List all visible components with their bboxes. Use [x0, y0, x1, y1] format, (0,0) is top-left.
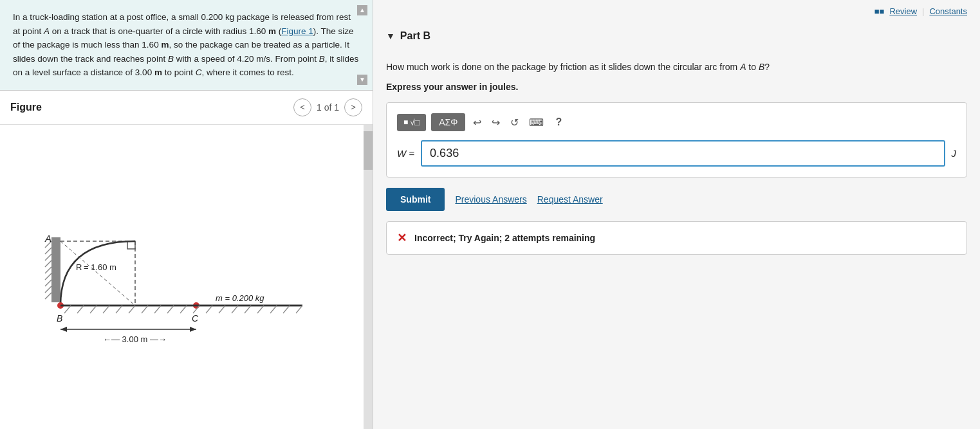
redo-button[interactable]: ↪ — [489, 114, 503, 131]
feedback-box: ✕ Incorrect; Try Again; 2 attempts remai… — [386, 221, 967, 255]
svg-line-40 — [296, 306, 302, 313]
svg-line-36 — [245, 306, 251, 313]
svg-line-28 — [142, 306, 148, 313]
svg-rect-14 — [127, 241, 135, 249]
problem-text: In a truck-loading station at a post off… — [13, 12, 358, 77]
scroll-up-button[interactable]: ▲ — [357, 5, 367, 15]
next-figure-button[interactable]: > — [344, 98, 362, 116]
sqrt-icon: √□ — [410, 118, 420, 127]
toolbar: ■ √□ ΑΣΦ ↩ ↪ ↺ ⌨ ? — [397, 113, 956, 131]
svg-line-6 — [45, 267, 51, 273]
svg-line-4 — [45, 254, 51, 260]
prev-figure-button[interactable]: < — [293, 98, 311, 116]
svg-line-17 — [60, 241, 135, 306]
svg-marker-44 — [60, 327, 67, 332]
svg-rect-0 — [51, 238, 60, 302]
action-row: Submit Previous Answers Request Answer — [386, 188, 967, 211]
svg-line-25 — [103, 306, 109, 313]
figure-area: A R = 1.60 m — [0, 125, 373, 429]
right-panel: ■■ Review | Constants ▼ Part B How much … — [373, 0, 980, 429]
svg-line-37 — [257, 306, 264, 313]
svg-line-39 — [283, 306, 290, 313]
svg-marker-45 — [190, 327, 196, 332]
feedback-text: Incorrect; Try Again; 2 attempts remaini… — [414, 233, 595, 243]
incorrect-icon: ✕ — [397, 231, 407, 245]
svg-text:C: C — [192, 313, 199, 324]
left-panel: In a truck-loading station at a post off… — [0, 0, 373, 429]
figure-scrollbar[interactable] — [364, 125, 373, 429]
undo-button[interactable]: ↩ — [470, 114, 484, 131]
refresh-button[interactable]: ↺ — [508, 114, 521, 131]
help-button[interactable]: ? — [551, 114, 566, 131]
svg-line-24 — [90, 306, 97, 313]
svg-line-33 — [206, 306, 212, 313]
scroll-down-button[interactable]: ▼ — [357, 75, 367, 85]
svg-text:R: R — [76, 262, 82, 272]
svg-line-30 — [167, 306, 174, 313]
answer-box: ■ √□ ΑΣΦ ↩ ↪ ↺ ⌨ ? W = J — [386, 102, 967, 178]
svg-line-23 — [77, 306, 84, 313]
fraction-icon: ■ — [403, 118, 408, 127]
submit-button[interactable]: Submit — [386, 188, 445, 211]
top-bar: ■■ Review | Constants — [373, 0, 980, 23]
unit-label: J — [952, 148, 957, 159]
figure-page: 1 of 1 — [317, 102, 339, 113]
symbol-button[interactable]: ΑΣΦ — [431, 113, 465, 131]
svg-line-22 — [64, 306, 71, 313]
review-link[interactable]: Review — [889, 6, 917, 16]
svg-line-5 — [45, 260, 51, 267]
input-label: W = — [397, 148, 414, 159]
constants-link[interactable]: Constants — [929, 6, 967, 16]
answer-input[interactable] — [421, 140, 945, 167]
figure-header: Figure < 1 of 1 > — [0, 91, 373, 125]
svg-line-3 — [45, 248, 51, 254]
figure-nav: < 1 of 1 > — [293, 98, 362, 116]
request-answer-button[interactable]: Request Answer — [537, 194, 603, 205]
express-text: Express your answer in joules. — [386, 82, 967, 92]
fraction-button[interactable]: ■ √□ — [397, 114, 426, 131]
part-collapse-arrow[interactable]: ▼ — [386, 31, 395, 41]
svg-text:B: B — [57, 313, 62, 324]
part-header: ▼ Part B — [386, 23, 967, 50]
svg-line-8 — [45, 280, 51, 286]
divider: | — [922, 6, 924, 16]
previous-answers-button[interactable]: Previous Answers — [455, 194, 526, 205]
part-title: Part B — [400, 30, 430, 42]
input-row: W = J — [397, 140, 956, 167]
svg-text:A: A — [44, 233, 51, 244]
svg-text:m = 0.200 kg: m = 0.200 kg — [216, 293, 264, 303]
content-area: ▼ Part B How much work is done on the pa… — [373, 23, 980, 429]
problem-text-area: In a truck-loading station at a post off… — [0, 0, 373, 91]
figure-link[interactable]: Figure 1 — [281, 26, 313, 36]
svg-line-34 — [219, 306, 225, 313]
svg-text:←— 3.00 m —→: ←— 3.00 m —→ — [103, 334, 167, 344]
svg-line-29 — [154, 306, 161, 313]
svg-line-27 — [129, 306, 135, 313]
svg-text:= 1.60 m: = 1.60 m — [84, 262, 116, 272]
keyboard-button[interactable]: ⌨ — [526, 114, 546, 131]
symbol-label: ΑΣΦ — [439, 117, 458, 127]
svg-line-9 — [45, 286, 51, 293]
svg-line-35 — [232, 306, 238, 313]
figure-title: Figure — [10, 102, 42, 113]
svg-line-7 — [45, 273, 51, 280]
top-bar-links: ■■ Review | Constants — [874, 6, 967, 16]
svg-line-26 — [116, 306, 122, 313]
figure-diagram: A R = 1.60 m — [32, 187, 341, 367]
review-icon: ■■ — [874, 6, 885, 16]
svg-line-10 — [45, 293, 51, 299]
svg-line-38 — [270, 306, 277, 313]
svg-line-31 — [180, 306, 187, 313]
question-text: How much work is done on the package by … — [386, 60, 967, 74]
